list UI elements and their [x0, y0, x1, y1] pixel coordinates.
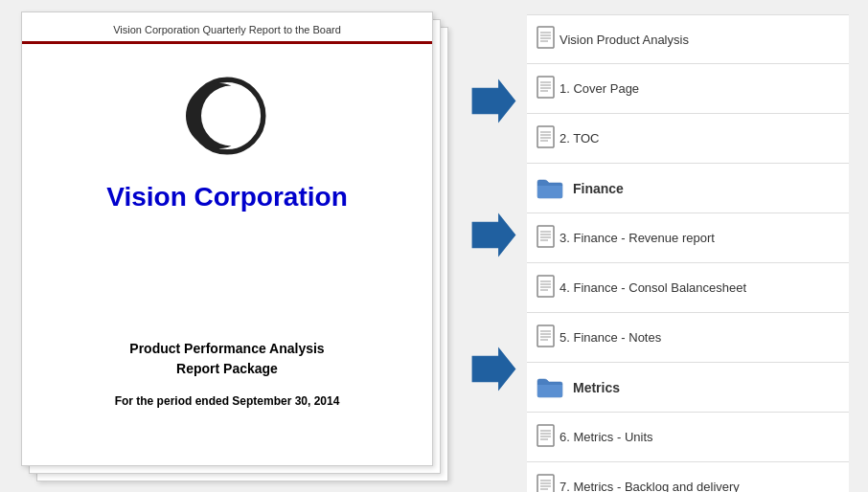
report-details: Product Performance Analysis Report Pack… [115, 339, 340, 408]
list-item-metrics-backlog[interactable]: 7. Metrics - Backlog and delivery [527, 462, 849, 492]
arrow-2 [468, 209, 520, 261]
list-item-finance-folder[interactable]: Finance [527, 164, 849, 213]
page-front: Vision Corporation Quarterly Report to t… [21, 11, 433, 466]
label-finance-folder: Finance [573, 181, 624, 196]
label-metrics-backlog: 7. Metrics - Backlog and delivery [560, 480, 740, 492]
arrows-container [460, 14, 527, 455]
list-item-metrics-units[interactable]: 6. Metrics - Units [527, 413, 849, 462]
svg-rect-19 [537, 226, 554, 247]
company-name: Vision Corporation [106, 182, 348, 212]
main-container: Vision Corporation Quarterly Report to t… [0, 0, 868, 492]
list-item-finance-balancesheet[interactable]: 4. Finance - Consol Balancesheet [527, 263, 849, 313]
svg-rect-29 [537, 325, 554, 347]
list-item-finance-notes[interactable]: 5. Finance - Notes [527, 313, 849, 363]
doc-icon [537, 275, 560, 302]
report-title-line1: Product Performance Analysis [129, 341, 324, 356]
svg-marker-1 [471, 78, 515, 123]
svg-marker-2 [471, 212, 515, 257]
label-finance-revenue: 3. Finance - Revenue report [560, 231, 715, 245]
report-period: For the period ended September 30, 2014 [115, 394, 340, 408]
doc-icon [537, 225, 560, 252]
doc-icon [537, 76, 560, 102]
doc-icon [537, 125, 560, 152]
svg-rect-34 [537, 425, 554, 446]
svg-rect-4 [537, 27, 554, 48]
doc-icon [537, 26, 560, 53]
list-item-vision-product-analysis[interactable]: Vision Product Analysis [527, 14, 849, 64]
label-finance-notes: 5. Finance - Notes [560, 330, 661, 345]
page-header: Vision Corporation Quarterly Report to t… [22, 12, 432, 44]
folder-icon [537, 178, 563, 199]
doc-icon [537, 474, 560, 493]
svg-rect-24 [537, 276, 554, 297]
svg-rect-14 [537, 126, 554, 147]
folder-icon [537, 377, 563, 398]
list-item-cover-page[interactable]: 1. Cover Page [527, 64, 849, 114]
document-stack: Vision Corporation Quarterly Report to t… [19, 10, 460, 479]
logo-area [184, 73, 270, 163]
list-item-metrics-folder[interactable]: Metrics [527, 363, 849, 413]
label-metrics-units: 6. Metrics - Units [560, 430, 653, 444]
svg-marker-3 [471, 347, 515, 391]
doc-icon [537, 424, 560, 451]
doc-icon [537, 324, 560, 351]
list-item-toc[interactable]: 2. TOC [527, 114, 849, 164]
list-container: Vision Product Analysis 1. Cover Page [527, 10, 849, 479]
company-logo [184, 73, 270, 159]
label-finance-balancesheet: 4. Finance - Consol Balancesheet [560, 280, 746, 295]
label-toc: 2. TOC [560, 131, 599, 145]
label-cover-page: 1. Cover Page [560, 81, 639, 96]
arrow-1 [468, 75, 520, 127]
arrow-3 [468, 343, 520, 395]
list-item-finance-revenue[interactable]: 3. Finance - Revenue report [527, 213, 849, 263]
report-title: Product Performance Analysis Report Pack… [115, 339, 340, 379]
header-text: Vision Corporation Quarterly Report to t… [113, 24, 341, 35]
label-metrics-folder: Metrics [573, 380, 620, 395]
svg-rect-9 [537, 77, 554, 98]
report-title-line2: Report Package [176, 361, 278, 376]
label-vision-product-analysis: Vision Product Analysis [560, 33, 689, 47]
